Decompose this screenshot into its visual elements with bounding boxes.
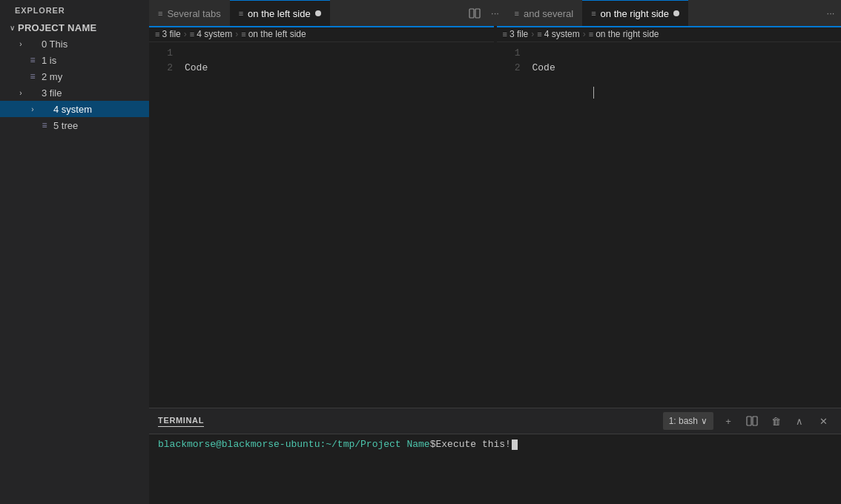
tree-item-1-is[interactable]: ≡ 1 is — [0, 52, 149, 68]
file-icon-1-is: ≡ — [27, 55, 39, 65]
terminal-prompt-line: blackmorse@blackmorse-ubuntu:~/tmp/Proje… — [158, 439, 832, 450]
tab-overflow-left[interactable]: ··· — [485, 0, 506, 26]
collapse-icon: ∧ — [796, 416, 803, 427]
right-tab-group: ≡ and several ≡ on the right side — [506, 0, 821, 26]
bc-sep-r-2: › — [583, 29, 586, 39]
terminal-body[interactable]: blackmorse@blackmorse-ubuntu:~/tmp/Proje… — [149, 434, 841, 504]
bc-icon-right-side: ≡ — [589, 30, 593, 39]
bc-text-right-side: on the right side — [596, 29, 659, 39]
right-line-num-1: 1 — [497, 47, 532, 59]
right-line-1: 1 — [497, 45, 842, 60]
bc-item-left-side: ≡ on the left side — [241, 29, 306, 39]
left-tab-group: ≡ Several tabs ≡ on the left side — [149, 0, 464, 26]
item-label-4-system: 4 system — [53, 104, 92, 115]
bc-item-3-file: ≡ 3 file — [155, 29, 181, 39]
bc-icon-4-system-r: ≡ — [537, 30, 541, 39]
terminal-split-button[interactable] — [743, 412, 761, 430]
trash-icon: 🗑 — [771, 416, 781, 427]
svg-rect-2 — [747, 417, 751, 425]
bc-icon-4-system: ≡ — [190, 30, 194, 39]
bc-text-4-system-r: 4 system — [544, 29, 580, 39]
tab-overflow-right[interactable]: ··· — [820, 0, 841, 26]
tab-several-tabs[interactable]: ≡ Several tabs — [149, 0, 230, 26]
right-line-2: 2 Code — [497, 60, 842, 75]
project-chevron: ∨ — [6, 24, 18, 32]
editor-split: ≡ 3 file › ≡ 4 system › ≡ on the left si… — [149, 26, 841, 408]
bc-item-3-file-r: ≡ 3 file — [503, 29, 529, 39]
left-line-num-2: 2 — [149, 62, 185, 73]
chevron-0-This: › — [15, 40, 27, 48]
bc-icon-left-side: ≡ — [241, 30, 245, 39]
terminal-area: TERMINAL 1: bash ∨ + — [149, 408, 841, 504]
right-line-num-2: 2 — [497, 62, 532, 73]
left-line-2: 2 Code — [149, 60, 494, 75]
terminal-cursor — [512, 440, 518, 450]
terminal-add-button[interactable]: + — [719, 412, 737, 430]
bc-sep-r-1: › — [531, 29, 534, 39]
tab-on-the-left-side[interactable]: ≡ on the left side — [230, 0, 330, 26]
tab-label-and-several: and several — [524, 8, 573, 19]
tab-label-several: Several tabs — [167, 8, 220, 19]
split-view-button[interactable] — [464, 0, 485, 26]
add-icon: + — [725, 416, 731, 427]
bc-item-4-system: ≡ 4 system — [190, 29, 232, 39]
bc-text-left-side: on the left side — [248, 29, 306, 39]
right-editor-pane[interactable]: ≡ 3 file › ≡ 4 system › ≡ on the right s… — [497, 26, 842, 408]
chevron-3-file: › — [15, 89, 27, 97]
item-label-5-tree: 5 tree — [53, 120, 78, 131]
bc-icon-3-file: ≡ — [155, 30, 159, 39]
bc-text-3-file-r: 3 file — [509, 29, 528, 39]
tab-icon-several: ≡ — [158, 9, 162, 18]
tab-bar: ≡ Several tabs ≡ on the left side ··· — [149, 0, 841, 26]
left-editor-pane[interactable]: ≡ 3 file › ≡ 4 system › ≡ on the left si… — [149, 26, 494, 408]
overflow-icon-right: ··· — [827, 7, 835, 19]
terminal-tab-label[interactable]: TERMINAL — [158, 416, 204, 427]
tab-label-left: on the left side — [248, 8, 311, 19]
tab-on-the-right-side[interactable]: ≡ on the right side — [582, 0, 688, 26]
project-root: ∨ PROJECT NAME › 0 This ≡ 1 is ≡ 2 my — [0, 18, 149, 135]
tree-item-2-my[interactable]: ≡ 2 my — [0, 68, 149, 84]
split-terminal-icon — [746, 415, 758, 427]
bc-text-4-system: 4 system — [197, 29, 232, 39]
right-scroll-indicator — [497, 26, 842, 27]
modified-dot-left — [315, 10, 321, 16]
close-icon: ✕ — [819, 416, 828, 427]
item-label-2-my: 2 my — [42, 71, 62, 82]
right-editor-content[interactable]: 1 2 Code — [497, 42, 842, 408]
text-cursor — [593, 87, 600, 99]
prompt-dollar: $ — [430, 439, 436, 450]
bc-sep-1: › — [184, 29, 187, 39]
left-line-code-2: Code — [185, 62, 208, 73]
editor-area: ≡ Several tabs ≡ on the left side ··· — [149, 0, 841, 504]
tree-item-3-file[interactable]: › 3 file — [0, 84, 149, 101]
right-line-code-2: Code — [532, 62, 555, 73]
item-label-3-file: 3 file — [42, 87, 62, 99]
left-editor-content[interactable]: 1 2 Code — [149, 42, 494, 408]
chevron-4-system: › — [27, 105, 39, 113]
tree-item-0-This[interactable]: › 0 This — [0, 36, 149, 52]
bc-icon-3-file-r: ≡ — [503, 30, 507, 39]
bc-sep-2: › — [235, 29, 238, 39]
file-icon-5-tree: ≡ — [39, 120, 50, 130]
terminal-collapse-button[interactable]: ∧ — [791, 412, 808, 430]
tree-item-4-system[interactable]: › 4 system — [0, 101, 149, 117]
bc-item-4-system-r: ≡ 4 system — [537, 29, 579, 39]
terminal-close-button[interactable]: ✕ — [814, 412, 832, 430]
dropdown-chevron: ∨ — [701, 416, 708, 426]
tree-item-5-tree[interactable]: ≡ 5 tree — [0, 117, 149, 133]
prompt-command: Execute this! — [435, 439, 510, 450]
item-label-1-is: 1 is — [42, 55, 56, 66]
right-breadcrumb: ≡ 3 file › ≡ 4 system › ≡ on the right s… — [497, 26, 842, 42]
left-line-num-1: 1 — [149, 47, 185, 59]
terminal-trash-button[interactable]: 🗑 — [767, 412, 785, 430]
shell-label: 1: bash — [669, 416, 698, 426]
project-root-label[interactable]: ∨ PROJECT NAME — [0, 19, 149, 36]
left-breadcrumb: ≡ 3 file › ≡ 4 system › ≡ on the left si… — [149, 26, 494, 42]
tab-and-several[interactable]: ≡ and several — [506, 0, 583, 26]
terminal-shell-dropdown[interactable]: 1: bash ∨ — [663, 412, 713, 430]
left-scroll-indicator — [149, 26, 494, 27]
terminal-header: TERMINAL 1: bash ∨ + — [149, 408, 841, 434]
svg-rect-0 — [469, 9, 474, 18]
prompt-user-host: blackmorse@blackmorse-ubuntu:~/tmp/Proje… — [158, 439, 430, 450]
tab-label-right: on the right side — [601, 8, 670, 19]
